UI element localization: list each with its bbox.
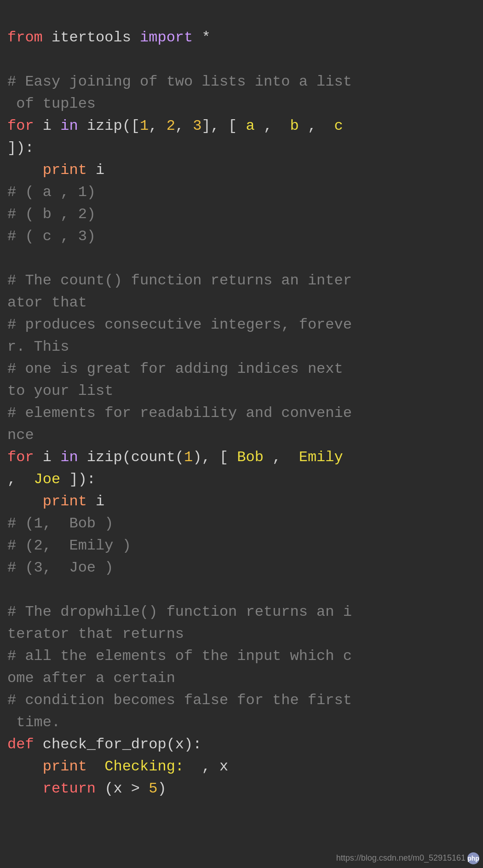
- keyword-for2: for: [7, 449, 34, 466]
- comment-2: # ( a , 1): [7, 184, 96, 201]
- num-5: 5: [149, 780, 157, 797]
- plain-text: ], [: [201, 117, 246, 134]
- comment-8: # elements for readability and convenie …: [7, 405, 352, 444]
- keyword-def: def: [7, 736, 34, 753]
- watermark: https://blog.csdn.net/m0_52915161php: [336, 852, 479, 864]
- keyword-in1: in: [60, 117, 78, 134]
- checking-label: Checking:: [104, 758, 184, 775]
- num-1: 1: [140, 117, 149, 134]
- plain-text: ,: [264, 449, 299, 466]
- plain-text: i: [34, 449, 61, 466]
- keyword-return: return: [43, 780, 96, 797]
- plain-text: i: [34, 117, 61, 134]
- plain-text: check_for_drop(x):: [34, 736, 202, 753]
- comment-14: # condition becomes false for the first …: [7, 692, 352, 731]
- plain-text: [7, 780, 43, 797]
- plain-text: ): [157, 780, 166, 797]
- php-badge: php: [467, 852, 479, 864]
- plain-text: izip([: [78, 117, 140, 134]
- keyword-from: from: [7, 29, 43, 46]
- comment-6: # produces consecutive integers, foreve …: [7, 316, 352, 355]
- code-editor: from itertools import * # Easy joining o…: [7, 5, 476, 800]
- plain-text: ]):: [60, 471, 96, 488]
- keyword-print1: print: [43, 162, 87, 179]
- comment-10: # (2, Emily ): [7, 537, 131, 554]
- plain-text: i: [87, 162, 104, 179]
- plain-text: , x: [184, 758, 228, 775]
- plain-text: ,: [299, 117, 334, 134]
- name-a: a: [246, 117, 254, 134]
- comment-4: # ( c , 3): [7, 228, 96, 245]
- keyword-for1: for: [7, 117, 34, 134]
- plain-text: ]):: [7, 139, 34, 156]
- name-bob: Bob: [237, 449, 264, 466]
- plain-text: *: [193, 29, 210, 46]
- plain-text: ,: [7, 471, 34, 488]
- plain-text: [7, 162, 43, 179]
- comment-9: # (1, Bob ): [7, 515, 113, 532]
- plain-text: ,: [149, 117, 166, 134]
- plain-text: (x >: [96, 780, 149, 797]
- name-emily: Emily: [299, 449, 343, 466]
- keyword-in2: in: [60, 449, 78, 466]
- plain-text: [7, 493, 43, 510]
- comment-13: # all the elements of the input which c …: [7, 648, 352, 687]
- keyword-import: import: [140, 29, 193, 46]
- plain-text: ,: [175, 117, 193, 134]
- plain-text: ,: [255, 117, 290, 134]
- name-b: b: [290, 117, 299, 134]
- comment-5: # The count() function returns an inter …: [7, 272, 352, 311]
- comment-1: # Easy joining of two lists into a list …: [7, 73, 352, 112]
- plain-text: i: [87, 493, 104, 510]
- plain-text: izip(count(: [78, 449, 184, 466]
- comment-3: # ( b , 2): [7, 206, 96, 223]
- plain-text: [87, 758, 104, 775]
- name-joe: Joe: [34, 471, 61, 488]
- name-c: c: [334, 117, 343, 134]
- comment-11: # (3, Joe ): [7, 559, 113, 576]
- plain-text: itertools: [43, 29, 140, 46]
- num-3: 3: [193, 117, 201, 134]
- keyword-print2: print: [43, 493, 87, 510]
- num-1b: 1: [184, 449, 193, 466]
- num-2: 2: [167, 117, 175, 134]
- plain-text: ), [: [193, 449, 237, 466]
- comment-12: # The dropwhile() function returns an i …: [7, 603, 352, 642]
- plain-text: [7, 758, 43, 775]
- comment-7: # one is great for adding indices next t…: [7, 360, 343, 399]
- keyword-print3: print: [43, 758, 87, 775]
